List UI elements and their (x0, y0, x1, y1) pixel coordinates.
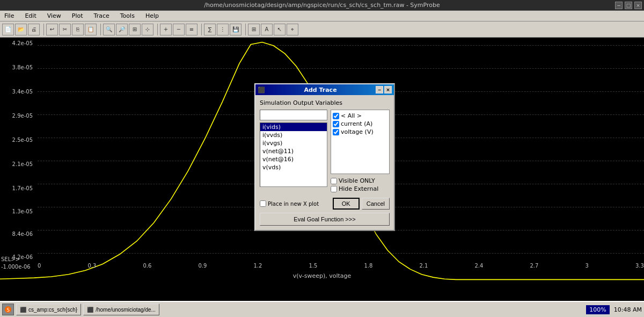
filter-box: < All >current (A)voltage (V) (331, 110, 390, 174)
y-label-8: 8.4e-06 (0, 231, 35, 237)
svg-text:S: S (6, 307, 10, 313)
menu-file[interactable]: File (2, 12, 16, 19)
tb-zoom-in[interactable]: 🔍 (103, 24, 115, 35)
menu-plot[interactable]: Plot (70, 12, 85, 19)
grid-line-9 (38, 253, 644, 254)
visible-only-label: Visible ONLY (339, 177, 375, 184)
tb-cursor[interactable]: ⊹ (142, 24, 153, 35)
tb-delete[interactable]: − (173, 24, 185, 35)
sch-icon: ⬛ (20, 307, 26, 313)
grid-line-0 (38, 45, 644, 46)
menu-edit[interactable]: Edit (23, 12, 38, 19)
tb-misc[interactable]: ⌖ (287, 24, 298, 35)
ok-button[interactable]: OK (333, 198, 360, 210)
dialog-body: Simulation Output Variables i(vids)i(vvd… (255, 95, 394, 230)
taskbar-home-button[interactable]: ⬛ /home/unosmiciotag/de... (83, 304, 159, 315)
tb-paste[interactable]: 📋 (85, 24, 97, 35)
var-item-4[interactable]: v(net@16) (260, 155, 327, 163)
taskbar-home-label: /home/unosmiciotag/de... (96, 307, 156, 313)
filter-checkbox-0[interactable] (333, 113, 339, 119)
filter-checkbox-2[interactable] (333, 129, 339, 135)
x-axis-label: v(v-sweep), voltage (0, 272, 644, 279)
button-row: Place in new X plot OK Cancel (260, 198, 390, 210)
dialog-minimize-button[interactable]: − (376, 86, 383, 93)
hide-external-row: Hide External (331, 185, 390, 192)
menu-view[interactable]: View (45, 12, 63, 19)
tb-save[interactable]: 💾 (230, 24, 241, 35)
tb-new[interactable]: 📄 (2, 24, 14, 35)
filter-label-0: < All > (341, 112, 362, 119)
variable-list[interactable]: i(vids)i(vvds)i(vvgs)v(net@11)v(net@16)v… (260, 123, 327, 187)
tb-undo[interactable]: ↩ (46, 24, 58, 35)
var-item-1[interactable]: i(vvds) (260, 131, 327, 139)
place-new-x-checkbox[interactable] (260, 200, 266, 207)
tb-fit[interactable]: ⊞ (129, 24, 141, 35)
x-label-9: 2.7 (530, 263, 538, 269)
tb-measure[interactable]: ∑ (204, 24, 216, 35)
clock: 10:48 AM (614, 306, 642, 313)
tb-label[interactable]: A (261, 24, 273, 35)
y-label-7: 1.3e-05 (0, 208, 35, 214)
window-title: /home/unosmiciotag/design/amp/ngspice/ru… (204, 2, 440, 9)
tb-zoom-out[interactable]: 🔎 (116, 24, 128, 35)
title-bar: /home/unosmiciotag/design/amp/ngspice/ru… (0, 0, 644, 11)
tb-add-trace[interactable]: + (160, 24, 172, 35)
tb-sep5 (244, 24, 246, 35)
minimize-button[interactable]: − (615, 2, 623, 9)
var-item-3[interactable]: v(net@11) (260, 147, 327, 155)
filter-label-2: voltage (V) (341, 128, 374, 135)
neg-marker: -1.000e-06 (0, 264, 31, 270)
menu-help[interactable]: Help (143, 12, 161, 19)
visible-only-checkbox[interactable] (331, 178, 337, 184)
tb-open[interactable]: 📂 (15, 24, 27, 35)
x-label-11: 3.3 (635, 263, 644, 269)
search-input[interactable] (260, 110, 327, 120)
dialog-content: i(vids)i(vvds)i(vvgs)v(net@11)v(net@16)v… (260, 110, 390, 193)
eval-goal-function-button[interactable]: Eval Goal Function >>> (260, 213, 390, 226)
tb-cut[interactable]: ✂ (59, 24, 71, 35)
taskbar-system-icon: S (2, 304, 14, 315)
x-label-10: 3 (585, 263, 588, 269)
x-label-1: 0.3 (87, 263, 96, 269)
x-label-5: 1.5 (309, 263, 317, 269)
dialog-subtitle: Simulation Output Variables (260, 99, 390, 106)
var-item-2[interactable]: i(vvgs) (260, 139, 327, 147)
add-trace-dialog: ⬛ Add Trace − × Simulation Output Variab… (254, 83, 395, 231)
dialog-close-button[interactable]: × (384, 86, 392, 93)
tb-properties[interactable]: ≡ (186, 24, 197, 35)
tb-grid[interactable]: ⊞ (248, 24, 260, 35)
tb-copy[interactable]: ⎘ (72, 24, 84, 35)
menu-tools[interactable]: Tools (118, 12, 137, 19)
y-label-5: 2.1e-05 (0, 161, 35, 167)
hide-external-label: Hide External (339, 185, 378, 192)
right-column: < All >current (A)voltage (V) Visible ON… (331, 110, 390, 193)
var-item-5[interactable]: v(vds) (260, 163, 327, 171)
taskbar-right: 100% 10:48 AM (586, 305, 642, 314)
place-new-x-label: Place in new X plot (268, 201, 319, 207)
x-label-2: 0.6 (143, 263, 151, 269)
taskbar-sch-label: cs_amp:cs_sch{sch} (28, 307, 77, 313)
tb-print[interactable]: 🖨 (28, 24, 40, 35)
y-label-4: 2.5e-05 (0, 137, 35, 143)
filter-label-1: current (A) (341, 120, 372, 127)
maximize-button[interactable]: □ (625, 2, 632, 9)
x-label-3: 0.9 (198, 263, 207, 269)
menu-trace[interactable]: Trace (92, 12, 112, 19)
tb-sep2 (99, 24, 101, 35)
taskbar-sch-button[interactable]: ⬛ cs_amp:cs_sch{sch} (16, 304, 81, 315)
dialog-title: Add Trace (304, 87, 336, 93)
x-axis: 0 0.3 0.6 0.9 1.2 1.5 1.8 2.1 2.4 2.7 3 … (38, 263, 644, 269)
toolbar: 📄 📂 🖨 ↩ ✂ ⎘ 📋 🔍 🔎 ⊞ ⊹ + − ≡ ∑ ⋮ 💾 ⊞ A ↖ … (0, 21, 644, 38)
tb-sep4 (200, 24, 202, 35)
taskbar-left: S ⬛ cs_amp:cs_sch{sch} ⬛ /home/unosmicio… (2, 304, 159, 315)
hide-external-checkbox[interactable] (331, 186, 337, 192)
var-item-0[interactable]: i(vids) (260, 123, 327, 131)
x-label-0: 0 (38, 263, 41, 269)
tb-cursor2[interactable]: ↖ (274, 24, 286, 35)
dialog-icon: ⬛ (258, 87, 265, 93)
tb-fft[interactable]: ⋮ (217, 24, 229, 35)
cancel-button[interactable]: Cancel (362, 198, 390, 210)
home-icon: ⬛ (87, 307, 93, 313)
close-button[interactable]: × (634, 2, 642, 9)
filter-checkbox-1[interactable] (333, 121, 339, 127)
